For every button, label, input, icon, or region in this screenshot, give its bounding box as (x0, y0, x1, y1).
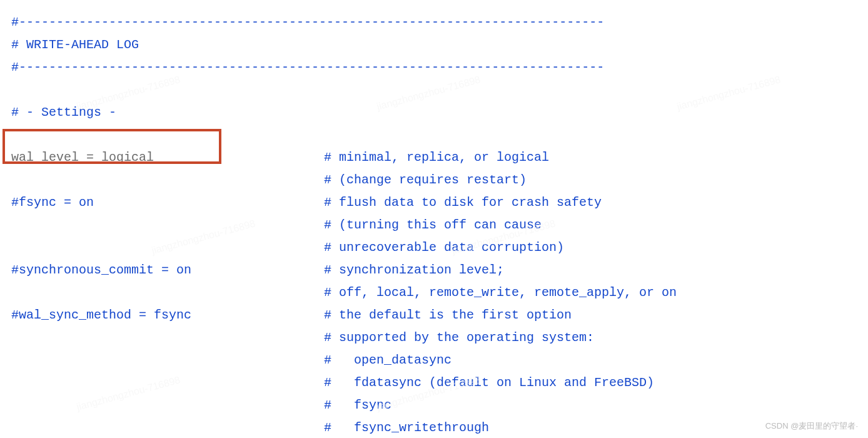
config-line-right: # off, local, remote_write, remote_apply… (324, 282, 677, 304)
config-line-right: # fsync_writethrough (324, 417, 489, 438)
config-line: # (change requires restart) (11, 169, 857, 191)
config-line-right: # fdatasync (default on Linux and FreeBS… (324, 372, 654, 394)
config-line-left: # - Settings - (11, 101, 324, 124)
config-line-right: # synchronization level; (324, 259, 504, 282)
config-file-content: #---------------------------------------… (11, 11, 857, 438)
config-line-left: #synchronous_commit = on (11, 259, 324, 282)
config-line: # - Settings - (11, 101, 857, 124)
config-line: # off, local, remote_write, remote_apply… (11, 282, 857, 304)
csdn-watermark: CSDN @麦田里的守望者· (765, 420, 858, 432)
config-line-right: # the default is the first option (324, 304, 572, 327)
config-line-right: # (change requires restart) (324, 169, 527, 191)
config-line-left: #---------------------------------------… (11, 56, 324, 79)
config-line-right: # flush data to disk for crash safety (324, 191, 602, 214)
config-line (11, 124, 857, 146)
config-line-right: # open_datasync (324, 349, 452, 372)
config-line (11, 79, 857, 101)
config-line: # (turning this off can cause (11, 214, 857, 237)
config-line: # unrecoverable data corruption) (11, 237, 857, 259)
config-line-right: # supported by the operating system: (324, 327, 594, 349)
config-line: # fsync (11, 394, 857, 417)
config-line: # fdatasync (default on Linux and FreeBS… (11, 372, 857, 394)
config-line-left: #fsync = on (11, 191, 324, 214)
config-line: #synchronous_commit = on# synchronizatio… (11, 259, 857, 282)
config-line-right: # (turning this off can cause (324, 214, 542, 237)
config-line-right: # fsync (324, 394, 391, 417)
config-line: # WRITE-AHEAD LOG (11, 34, 857, 56)
config-line-left: wal_level = logical (11, 146, 324, 169)
config-line: #---------------------------------------… (11, 56, 857, 79)
config-line: # open_datasync (11, 349, 857, 372)
config-line-left: # WRITE-AHEAD LOG (11, 34, 324, 56)
config-line: # supported by the operating system: (11, 327, 857, 349)
config-line-left: #wal_sync_method = fsync (11, 304, 324, 327)
config-line: wal_level = logical# minimal, replica, o… (11, 146, 857, 169)
config-line: #fsync = on# flush data to disk for cras… (11, 191, 857, 214)
config-line: # fsync_writethrough (11, 417, 857, 438)
config-line: #wal_sync_method = fsync# the default is… (11, 304, 857, 327)
config-line-left: #---------------------------------------… (11, 11, 324, 34)
config-line-right: # unrecoverable data corruption) (324, 237, 564, 259)
config-line: #---------------------------------------… (11, 11, 857, 34)
config-line-right: # minimal, replica, or logical (324, 146, 549, 169)
